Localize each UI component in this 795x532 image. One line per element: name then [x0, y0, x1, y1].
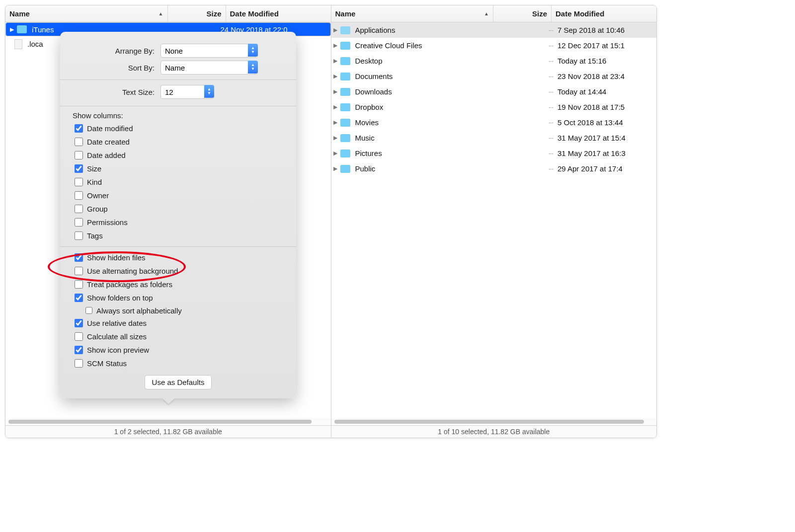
file-name: Pictures [355, 149, 504, 157]
disclosure-triangle-icon[interactable]: ▶ [333, 119, 338, 126]
checkbox-input[interactable] [75, 359, 83, 368]
arrange-by-select[interactable]: ▲▼ [160, 44, 258, 58]
checkbox-label: Kind [87, 178, 102, 186]
checkbox-input[interactable] [75, 319, 83, 327]
col-header-size[interactable]: Size [168, 5, 226, 22]
checkbox-label: Owner [87, 191, 109, 200]
left-scrollbar[interactable] [5, 418, 331, 425]
show-columns-heading: Show columns: [73, 111, 284, 120]
checkbox-row[interactable]: Treat packages as folders [73, 279, 284, 290]
text-size-select[interactable]: ▲▼ [160, 85, 214, 99]
checkbox-row[interactable]: Use relative dates [73, 317, 284, 329]
disclosure-triangle-icon[interactable]: ▶ [333, 27, 338, 33]
folder-icon [340, 119, 350, 127]
dropdown-stepper-icon: ▲▼ [204, 85, 214, 98]
checkbox-row[interactable]: Show folders on top [73, 292, 284, 304]
checkbox-input[interactable] [75, 124, 83, 133]
always-sort-alpha-input[interactable] [85, 307, 92, 314]
col-header-date[interactable]: Date Modified [552, 5, 656, 22]
checkbox-input[interactable] [75, 332, 83, 341]
file-row[interactable]: ▶Pictures--31 May 2017 at 16:3 [331, 146, 657, 161]
checkbox-input[interactable] [75, 138, 83, 146]
checkbox-input[interactable] [75, 346, 83, 354]
left-status-text: 1 of 2 selected, 11.82 GB available [114, 428, 222, 436]
file-date: Today at 15:16 [557, 57, 654, 65]
checkbox-row[interactable]: SCM Status [73, 358, 284, 369]
folder-icon [17, 25, 27, 33]
checkbox-input[interactable] [75, 231, 83, 240]
disclosure-triangle-icon[interactable]: ▶ [333, 42, 338, 49]
sort-ascending-icon: ▲ [159, 11, 163, 16]
file-row[interactable]: ▶Music--31 May 2017 at 15:4 [331, 130, 657, 146]
file-row[interactable]: ▶Desktop--Today at 15:16 [331, 53, 657, 69]
checkbox-input[interactable] [75, 253, 83, 262]
disclosure-triangle-icon[interactable]: ▶ [333, 165, 338, 172]
disclosure-triangle-icon[interactable]: ▶ [333, 73, 338, 79]
disclosure-triangle-icon[interactable]: ▶ [333, 135, 338, 141]
file-name: Downloads [355, 87, 504, 96]
file-row[interactable]: ▶Documents--23 Nov 2018 at 23:4 [331, 69, 657, 84]
file-row[interactable]: ▶Downloads--Today at 14:44 [331, 84, 657, 99]
col-header-name[interactable]: Name ▲ [331, 5, 494, 22]
arrange-by-value[interactable] [160, 44, 258, 58]
checkbox-row[interactable]: Show icon preview [73, 344, 284, 356]
file-row[interactable]: ▶Applications--7 Sep 2018 at 10:46 [331, 22, 657, 38]
checkbox-input[interactable] [75, 191, 83, 200]
sort-by-select[interactable]: ▲▼ [160, 61, 258, 75]
checkbox-row[interactable]: Date created [73, 136, 284, 148]
checkbox-input[interactable] [75, 294, 83, 302]
right-column-header: Name ▲ Size Date Modified [331, 5, 657, 22]
disclosure-triangle-icon[interactable]: ▶ [333, 150, 338, 156]
dual-pane-file-browser: Name ▲ Size Date Modified ▶iTunes24 Nov … [5, 5, 657, 438]
col-header-name-label: Name [335, 9, 356, 18]
col-header-date-label: Date Modified [556, 9, 604, 18]
checkbox-row[interactable]: Show hidden files [73, 252, 284, 263]
sort-ascending-icon: ▲ [484, 11, 489, 16]
checkbox-row[interactable]: Date added [73, 150, 284, 161]
checkbox-input[interactable] [75, 151, 83, 159]
checkbox-row[interactable]: Tags [73, 230, 284, 241]
file-row[interactable]: ▶Dropbox--19 Nov 2018 at 17:5 [331, 99, 657, 115]
col-header-size-label: Size [532, 9, 547, 18]
col-header-size[interactable]: Size [493, 5, 552, 22]
checkbox-input[interactable] [75, 205, 83, 213]
checkbox-input[interactable] [75, 280, 83, 289]
checkbox-input[interactable] [75, 178, 83, 186]
use-as-defaults-button[interactable]: Use as Defaults [145, 375, 212, 389]
checkbox-row[interactable]: Size [73, 163, 284, 174]
file-size: -- [504, 134, 557, 142]
checkbox-row[interactable]: Group [73, 203, 284, 215]
checkbox-row[interactable]: Kind [73, 176, 284, 188]
left-status-bar: 1 of 2 selected, 11.82 GB available [5, 425, 331, 438]
checkbox-label: Permissions [87, 218, 128, 227]
right-file-list[interactable]: ▶Applications--7 Sep 2018 at 10:46▶Creat… [331, 22, 657, 418]
col-header-date[interactable]: Date Modified [226, 5, 331, 22]
checkbox-row[interactable]: Owner [73, 190, 284, 201]
checkbox-label: Tags [87, 231, 103, 240]
disclosure-triangle-icon[interactable]: ▶ [10, 26, 15, 33]
col-header-name[interactable]: Name ▲ [5, 5, 168, 22]
checkbox-row[interactable]: Permissions [73, 217, 284, 228]
text-size-label: Text Size: [73, 88, 160, 96]
file-name: Public [355, 164, 504, 173]
checkbox-input[interactable] [75, 164, 83, 173]
file-row[interactable]: ▶Public--29 Apr 2017 at 17:4 [331, 161, 657, 176]
right-scrollbar[interactable] [331, 418, 657, 425]
file-date: 12 Dec 2017 at 15:1 [557, 41, 654, 50]
disclosure-triangle-icon[interactable]: ▶ [333, 104, 338, 110]
checkbox-input[interactable] [75, 267, 83, 275]
checkbox-row[interactable]: Use alternating background [73, 265, 284, 277]
disclosure-triangle-icon[interactable]: ▶ [333, 88, 338, 95]
sort-by-value[interactable] [160, 61, 258, 75]
checkbox-row[interactable]: Calculate all sizes [73, 331, 284, 342]
disclosure-triangle-icon[interactable]: ▶ [333, 58, 338, 64]
file-date: 7 Sep 2018 at 10:46 [557, 26, 654, 34]
file-row[interactable]: ▶Movies--5 Oct 2018 at 13:44 [331, 115, 657, 130]
checkbox-row[interactable]: Date modified [73, 123, 284, 134]
arrange-by-label: Arrange By: [73, 47, 160, 55]
always-sort-alpha-checkbox[interactable]: Always sort alphabetically [83, 305, 284, 315]
file-row[interactable]: ▶Creative Cloud Files--12 Dec 2017 at 15… [331, 38, 657, 53]
folder-icon [340, 88, 350, 96]
file-size: -- [504, 57, 557, 65]
checkbox-input[interactable] [75, 218, 83, 227]
